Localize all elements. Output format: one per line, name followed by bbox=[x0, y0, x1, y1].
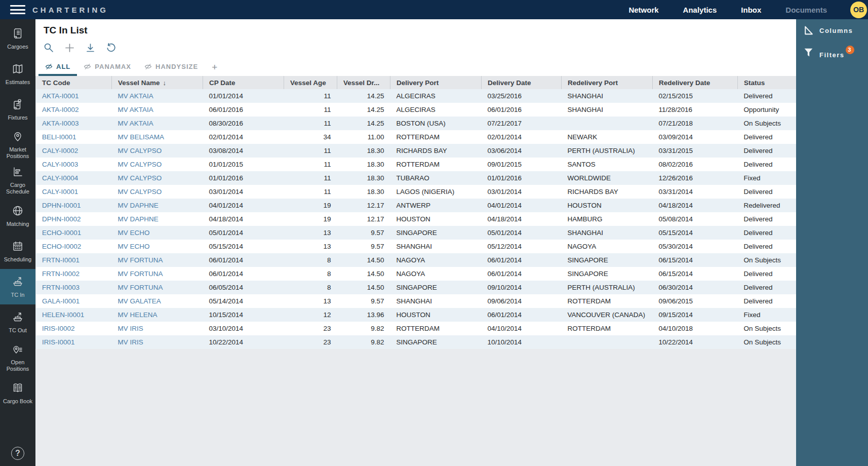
sidebar-item-estimates[interactable]: Estimates bbox=[0, 56, 35, 92]
column-header-delivery-date[interactable]: Delivery Date bbox=[482, 76, 562, 89]
columns-button[interactable]: Columns bbox=[803, 25, 868, 38]
add-tab-icon[interactable]: + bbox=[205, 61, 224, 76]
cell-vessel-name[interactable]: MV FORTUNA bbox=[112, 281, 203, 294]
cell-vessel-age: 19 bbox=[284, 212, 337, 226]
cell-tc-code[interactable]: AKTA-I0003 bbox=[36, 116, 112, 130]
column-header-redelivery-port[interactable]: Redelivery Port bbox=[562, 76, 653, 89]
cell-tc-code[interactable]: GALA-I0001 bbox=[36, 294, 112, 308]
column-header-delivery-port[interactable]: Delivery Port bbox=[390, 76, 482, 89]
table-row[interactable]: ECHO-I0001MV ECHO05/01/2014139.57SINGAPO… bbox=[36, 226, 797, 240]
sidebar-item-cargoes[interactable]: Cargoes bbox=[0, 21, 35, 56]
column-header-vessel-name[interactable]: Vessel Name↓ bbox=[112, 76, 203, 89]
tab-panamax[interactable]: PANAMAX bbox=[77, 60, 138, 76]
user-avatar[interactable]: OB bbox=[850, 2, 867, 18]
table-row[interactable]: AKTA-I0003MV AKTAIA08/30/20161114.25BOST… bbox=[36, 116, 797, 130]
sidebar-item-market-positions[interactable]: Market Positions bbox=[0, 127, 35, 163]
cell-tc-code[interactable]: FRTN-I0001 bbox=[36, 253, 112, 267]
nav-link-documents[interactable]: Documents bbox=[785, 6, 827, 14]
cell-status: Delivered bbox=[738, 267, 797, 281]
cell-vessel-name[interactable]: MV GALATEA bbox=[112, 294, 203, 308]
table-row[interactable]: IRIS-I0002MV IRIS03/10/2014239.82ROTTERD… bbox=[36, 322, 797, 335]
table-row[interactable]: ECHO-I0002MV ECHO05/15/2014139.57SHANGHA… bbox=[36, 240, 797, 253]
cell-tc-code[interactable]: IRIS-I0001 bbox=[36, 335, 112, 349]
table-row[interactable]: IRIS-I0001MV IRIS10/22/2014239.82SINGAPO… bbox=[36, 335, 797, 349]
cell-vessel-name[interactable]: MV FORTUNA bbox=[112, 267, 203, 281]
cell-vessel-name[interactable]: MV AKTAIA bbox=[112, 116, 203, 130]
table-row[interactable]: FRTN-I0001MV FORTUNA06/01/2014814.50NAGO… bbox=[36, 253, 797, 267]
cell-tc-code[interactable]: ECHO-I0001 bbox=[36, 226, 112, 240]
cell-vessel-name[interactable]: MV CALYPSO bbox=[112, 185, 203, 199]
column-header-tc-code[interactable]: TC Code bbox=[36, 76, 112, 89]
export-download-icon[interactable] bbox=[84, 42, 96, 54]
nav-link-network[interactable]: Network bbox=[628, 6, 658, 14]
cell-tc-code[interactable]: AKTA-I0002 bbox=[36, 103, 112, 116]
cell-tc-code[interactable]: ECHO-I0002 bbox=[36, 240, 112, 253]
search-icon[interactable] bbox=[43, 42, 55, 54]
table-row[interactable]: BELI-I0001MV BELISAMA02/01/20143411.00RO… bbox=[36, 130, 797, 144]
cell-tc-code[interactable]: FRTN-I0002 bbox=[36, 267, 112, 281]
cell-vessel-name[interactable]: MV IRIS bbox=[112, 322, 203, 335]
table-row[interactable]: DPHN-I0002MV DAPHNE04/18/20141912.17HOUS… bbox=[36, 212, 797, 226]
sidebar-item-matching[interactable]: Matching bbox=[0, 198, 35, 234]
cell-delivery-port: HOUSTON bbox=[390, 212, 482, 226]
cell-vessel-name[interactable]: MV DAPHNE bbox=[112, 199, 203, 212]
cell-vessel-name[interactable]: MV CALYPSO bbox=[112, 144, 203, 158]
cell-vessel-name[interactable]: MV AKTAIA bbox=[112, 103, 203, 116]
cell-tc-code[interactable]: FRTN-I0003 bbox=[36, 281, 112, 294]
cell-tc-code[interactable]: AKTA-I0001 bbox=[36, 89, 112, 103]
cell-tc-code[interactable]: CALY-I0004 bbox=[36, 171, 112, 185]
cell-vessel-age: 13 bbox=[284, 240, 337, 253]
table-row[interactable]: DPHN-I0001MV DAPHNE04/01/20141912.17ANTW… bbox=[36, 199, 797, 212]
cell-vessel-name[interactable]: MV DAPHNE bbox=[112, 212, 203, 226]
sidebar-item-cargo-book[interactable]: Cargo Book bbox=[0, 375, 35, 411]
cell-tc-code[interactable]: CALY-I0002 bbox=[36, 144, 112, 158]
table-row[interactable]: AKTA-I0002MV AKTAIA06/01/20161114.25ALGE… bbox=[36, 103, 797, 116]
cell-vessel-name[interactable]: MV BELISAMA bbox=[112, 130, 203, 144]
cell-vessel-name[interactable]: MV ECHO bbox=[112, 226, 203, 240]
reset-undo-icon[interactable] bbox=[105, 42, 117, 54]
table-row[interactable]: HELEN-I0001MV HELENA10/15/20141213.96HOU… bbox=[36, 308, 797, 322]
nav-link-inbox[interactable]: Inbox bbox=[741, 6, 761, 14]
sidebar-item-scheduling[interactable]: Scheduling bbox=[0, 234, 35, 269]
cell-vessel-name[interactable]: MV CALYPSO bbox=[112, 171, 203, 185]
add-icon[interactable] bbox=[63, 42, 75, 54]
cell-tc-code[interactable]: CALY-I0003 bbox=[36, 158, 112, 171]
table-row[interactable]: CALY-I0003MV CALYPSO01/01/20151118.30ROT… bbox=[36, 158, 797, 171]
column-header-redelivery-date[interactable]: Redelivery Date bbox=[653, 76, 738, 89]
help-icon[interactable]: ? bbox=[11, 447, 24, 460]
sidebar-item-tc-in[interactable]: TC In bbox=[0, 269, 35, 304]
tab-handysize[interactable]: HANDYSIZE bbox=[138, 60, 205, 76]
column-header-vessel-dr[interactable]: Vessel Dr... bbox=[337, 76, 390, 89]
sidebar-item-open-positions[interactable]: Open Positions bbox=[0, 340, 35, 375]
column-header-cp-date[interactable]: CP Date bbox=[203, 76, 284, 89]
cell-tc-code[interactable]: HELEN-I0001 bbox=[36, 308, 112, 322]
cell-tc-code[interactable]: BELI-I0001 bbox=[36, 130, 112, 144]
table-row[interactable]: CALY-I0002MV CALYPSO03/08/20141118.30RIC… bbox=[36, 144, 797, 158]
sidebar-item-tc-out[interactable]: TC Out bbox=[0, 304, 35, 340]
cell-tc-code[interactable]: DPHN-I0001 bbox=[36, 199, 112, 212]
table-row[interactable]: GALA-I0001MV GALATEA05/14/2014139.57SHAN… bbox=[36, 294, 797, 308]
table-row[interactable]: CALY-I0001MV CALYPSO03/01/20141118.30LAG… bbox=[36, 185, 797, 199]
cell-tc-code[interactable]: CALY-I0001 bbox=[36, 185, 112, 199]
sidebar-item-fixtures[interactable]: Fixtures bbox=[0, 92, 35, 127]
cell-vessel-name[interactable]: MV HELENA bbox=[112, 308, 203, 322]
table-row[interactable]: AKTA-I0001MV AKTAIA01/01/20141114.25ALGE… bbox=[36, 89, 797, 103]
cell-tc-code[interactable]: DPHN-I0002 bbox=[36, 212, 112, 226]
column-header-vessel-age[interactable]: Vessel Age bbox=[284, 76, 337, 89]
sidebar-item-cargo-schedule[interactable]: Cargo Schedule bbox=[0, 163, 35, 198]
cell-vessel-name[interactable]: MV AKTAIA bbox=[112, 89, 203, 103]
filters-button[interactable]: Filters3 bbox=[803, 47, 868, 60]
cell-vessel-name[interactable]: MV CALYPSO bbox=[112, 158, 203, 171]
cell-vessel-age: 23 bbox=[284, 335, 337, 349]
nav-link-analytics[interactable]: Analytics bbox=[683, 6, 717, 14]
cell-vessel-name[interactable]: MV ECHO bbox=[112, 240, 203, 253]
table-row[interactable]: FRTN-I0002MV FORTUNA06/01/2014814.50NAGO… bbox=[36, 267, 797, 281]
cell-tc-code[interactable]: IRIS-I0002 bbox=[36, 322, 112, 335]
cell-vessel-name[interactable]: MV IRIS bbox=[112, 335, 203, 349]
hamburger-menu-icon[interactable] bbox=[10, 5, 25, 14]
cell-vessel-name[interactable]: MV FORTUNA bbox=[112, 253, 203, 267]
table-row[interactable]: FRTN-I0003MV FORTUNA06/05/2014814.50SING… bbox=[36, 281, 797, 294]
table-row[interactable]: CALY-I0004MV CALYPSO01/01/20161118.30TUB… bbox=[36, 171, 797, 185]
tab-all[interactable]: ALL bbox=[38, 60, 77, 76]
column-header-status[interactable]: Status bbox=[738, 76, 797, 89]
